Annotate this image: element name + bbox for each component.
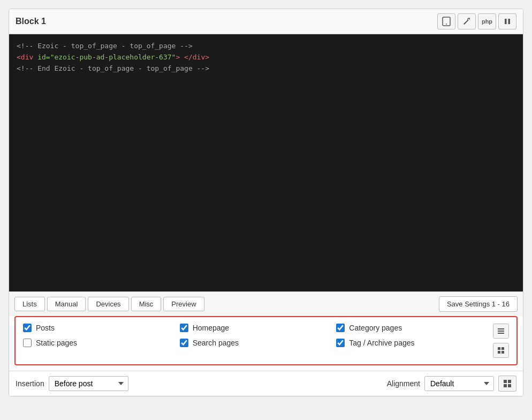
checkbox-col-1: Posts Static pages — [23, 324, 180, 358]
svg-rect-14 — [508, 384, 511, 387]
checkbox-tag-archive-pages-item[interactable]: Tag / Archive pages — [336, 339, 493, 347]
list-view-icon-btn[interactable] — [493, 324, 509, 339]
svg-rect-10 — [501, 351, 504, 354]
checkbox-posts[interactable] — [23, 324, 32, 332]
code-line-3: <!-- End Ezoic - top_of_page - top_of_pa… — [17, 63, 515, 74]
wrench-icon-btn[interactable] — [458, 13, 476, 29]
svg-rect-8 — [501, 347, 504, 350]
svg-rect-9 — [498, 351, 500, 354]
svg-rect-7 — [498, 347, 500, 350]
checkbox-search-pages[interactable] — [180, 339, 188, 347]
insertion-label: Insertion — [16, 379, 44, 388]
tablet-icon-btn[interactable] — [437, 13, 455, 29]
checkbox-static-pages-label: Static pages — [36, 339, 77, 347]
pause-icon-btn[interactable] — [498, 13, 516, 29]
wrench-icon — [462, 17, 471, 26]
tab-lists[interactable]: Lists — [14, 297, 45, 311]
checkbox-homepage[interactable] — [180, 324, 188, 332]
code-line-1: <!-- Ezoic - top_of_page - top_of_page -… — [17, 41, 515, 52]
php-label: php — [482, 18, 492, 25]
tab-preview[interactable]: Preview — [163, 297, 204, 311]
insertion-right: Alignment Default Left Center Right — [387, 376, 516, 392]
svg-rect-3 — [508, 19, 511, 24]
tablet-icon — [442, 17, 451, 26]
tabs-row: Lists Manual Devices Misc Preview Save S… — [9, 291, 523, 316]
save-settings-button[interactable]: Save Settings 1 - 16 — [439, 296, 518, 312]
checkbox-col-3: Category pages Tag / Archive pages — [336, 324, 493, 358]
svg-rect-2 — [505, 19, 507, 24]
svg-rect-5 — [498, 331, 504, 332]
checkbox-search-pages-label: Search pages — [193, 339, 239, 347]
checkbox-tag-archive-pages-label: Tag / Archive pages — [349, 339, 414, 347]
insertion-left: Insertion Before post After post Before … — [16, 376, 128, 391]
block-title: Block 1 — [16, 17, 46, 26]
svg-rect-11 — [504, 380, 507, 383]
grid-view-icon — [497, 346, 505, 355]
svg-rect-13 — [504, 384, 507, 387]
code-line-2: <div id="ezoic-pub-ad-placeholder-637"> … — [17, 52, 515, 63]
header-icon-group: php — [437, 13, 516, 29]
tab-manual[interactable]: Manual — [47, 297, 86, 311]
tab-misc[interactable]: Misc — [131, 297, 162, 311]
svg-rect-6 — [498, 333, 504, 334]
checkbox-homepage-label: Homepage — [193, 324, 230, 332]
checkbox-homepage-item[interactable]: Homepage — [180, 324, 337, 332]
svg-rect-4 — [498, 328, 504, 329]
checkbox-category-pages[interactable] — [336, 324, 345, 332]
pause-icon — [504, 18, 511, 25]
checkbox-posts-item[interactable]: Posts — [23, 324, 180, 332]
checkbox-static-pages-item[interactable]: Static pages — [23, 339, 180, 347]
grid-view-icon-btn[interactable] — [493, 343, 509, 358]
checkbox-tag-archive-pages[interactable] — [336, 339, 345, 347]
checkbox-grid: Posts Static pages Homepage Sear — [23, 324, 509, 358]
code-editor[interactable]: <!-- Ezoic - top_of_page - top_of_page -… — [9, 34, 523, 291]
checkbox-static-pages[interactable] — [23, 339, 32, 347]
checkbox-col-2: Homepage Search pages — [180, 324, 337, 358]
checkbox-category-pages-label: Category pages — [349, 324, 402, 332]
checkbox-category-pages-item[interactable]: Category pages — [336, 324, 493, 332]
alignment-grid-icon-btn[interactable] — [498, 376, 516, 392]
alignment-grid-icon — [503, 379, 512, 388]
svg-rect-12 — [508, 380, 511, 383]
svg-point-1 — [446, 24, 447, 25]
php-icon-btn[interactable]: php — [478, 13, 496, 29]
alignment-label: Alignment — [387, 379, 420, 388]
side-icons — [493, 324, 509, 358]
insertion-select[interactable]: Before post After post Before paragraph … — [49, 376, 128, 391]
checkbox-section: Posts Static pages Homepage Sear — [14, 316, 518, 365]
checkbox-search-pages-item[interactable]: Search pages — [180, 339, 337, 347]
insertion-row: Insertion Before post After post Before … — [9, 371, 523, 396]
alignment-select[interactable]: Default Left Center Right — [424, 376, 494, 391]
checkbox-posts-label: Posts — [36, 324, 55, 332]
list-view-icon — [497, 327, 505, 335]
tab-devices[interactable]: Devices — [88, 297, 128, 311]
tabs-left: Lists Manual Devices Misc Preview — [14, 297, 204, 311]
